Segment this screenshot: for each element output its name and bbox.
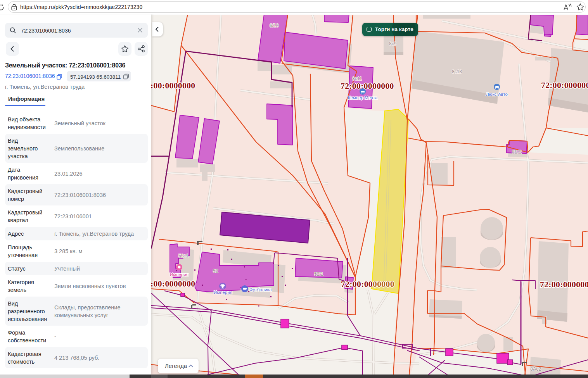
- svg-text:52: 52: [213, 268, 218, 274]
- svg-text:52/1: 52/1: [314, 271, 323, 277]
- svg-text:8с9: 8с9: [389, 41, 397, 47]
- svg-text:Кемпер Мечта: Кемпер Мечта: [348, 95, 378, 100]
- svg-text::00:0000000: :00:0000000: [151, 81, 195, 90]
- svg-text:72:00:0000000: 72:00:0000000: [341, 280, 394, 289]
- svg-text:52с1: 52с1: [178, 253, 189, 259]
- svg-text::00:0000000: :00:0000000: [151, 279, 195, 288]
- svg-text:8с11: 8с11: [352, 76, 362, 81]
- svg-text:Футболика: Футболика: [249, 287, 272, 292]
- svg-text:72:00:0000000: 72:00:0000000: [540, 280, 588, 289]
- svg-text:Империя: Империя: [170, 272, 189, 277]
- svg-text:Империя: Империя: [214, 290, 232, 295]
- svg-text:8с13: 8с13: [452, 69, 462, 74]
- svg-text:72:00:0000000: 72:00:0000000: [541, 81, 588, 90]
- svg-text:8Ас2: 8Ас2: [530, 366, 541, 372]
- svg-text:Люкс-Авто: Люкс-Авто: [486, 92, 508, 97]
- svg-text:72:00:0000000: 72:00:0000000: [341, 81, 394, 91]
- svg-text:6/10: 6/10: [270, 23, 279, 28]
- svg-text:8Б/2: 8Б/2: [512, 149, 522, 155]
